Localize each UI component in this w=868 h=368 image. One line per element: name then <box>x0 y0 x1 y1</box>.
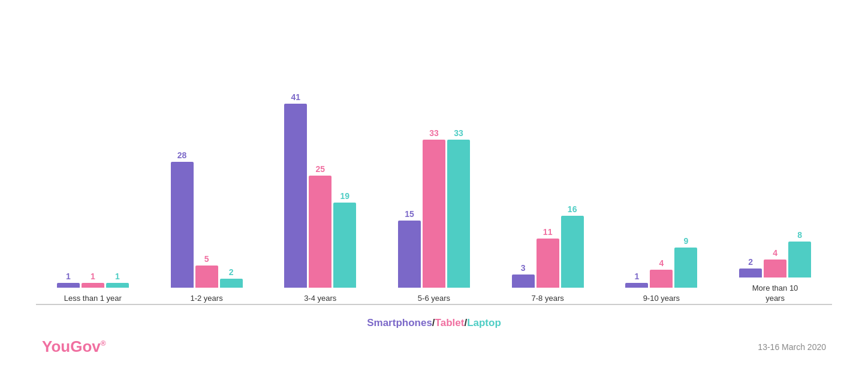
bar-value-tablet-1: 5 <box>204 254 209 264</box>
bar-wrapper-tablet-0: 1 <box>82 272 104 288</box>
bar-smartphone-3 <box>398 221 421 288</box>
group-label-5: 9-10 years <box>643 294 680 304</box>
bar-wrapper-smartphone-0: 1 <box>57 272 80 288</box>
bar-wrapper-smartphone-3: 15 <box>398 209 421 288</box>
bar-laptop-2 <box>333 203 356 288</box>
bar-wrapper-smartphone-1: 28 <box>171 150 194 288</box>
bar-smartphone-1 <box>171 162 194 288</box>
group-2: 4125193-4 years <box>284 92 356 304</box>
bar-tablet-6 <box>764 260 786 277</box>
bars-5: 149 <box>625 236 697 288</box>
bar-tablet-1 <box>195 266 218 288</box>
chart-container: 111Less than 1 year28521-2 years4125193-… <box>0 0 868 368</box>
bars-1: 2852 <box>171 150 243 288</box>
bar-value-smartphone-5: 1 <box>634 272 639 281</box>
chart-legend: Smartphones / Tablet / Laptop <box>367 317 501 329</box>
bar-value-laptop-3: 33 <box>454 128 463 138</box>
bar-wrapper-tablet-3: 33 <box>423 128 445 288</box>
bar-wrapper-smartphone-5: 1 <box>625 272 648 288</box>
group-label-3: 5-6 years <box>418 294 450 304</box>
group-label-1: 1-2 years <box>190 294 222 304</box>
bar-wrapper-tablet-5: 4 <box>650 258 673 288</box>
bar-laptop-4 <box>561 216 584 288</box>
legend-tablet: Tablet <box>435 317 465 329</box>
bar-wrapper-smartphone-2: 41 <box>284 92 307 288</box>
chart-area: 111Less than 1 year28521-2 years4125193-… <box>36 18 832 305</box>
bar-smartphone-6 <box>739 269 762 277</box>
bar-value-tablet-3: 33 <box>429 128 439 138</box>
bar-value-laptop-5: 9 <box>683 236 688 246</box>
bar-smartphone-5 <box>625 283 648 288</box>
group-0: 111Less than 1 year <box>57 272 129 304</box>
bar-value-tablet-0: 1 <box>91 272 95 281</box>
group-6: 248More than 10 years <box>739 230 811 304</box>
bar-laptop-5 <box>674 248 697 288</box>
group-label-4: 7-8 years <box>532 294 564 304</box>
bar-value-laptop-1: 2 <box>229 267 234 277</box>
bar-value-smartphone-0: 1 <box>66 272 71 281</box>
bar-value-laptop-4: 16 <box>568 204 577 214</box>
bar-wrapper-laptop-5: 9 <box>674 236 697 288</box>
bar-value-laptop-6: 8 <box>797 230 802 240</box>
bar-value-tablet-5: 4 <box>659 258 664 268</box>
bar-tablet-5 <box>650 270 673 288</box>
bars-4: 31116 <box>512 204 584 288</box>
bar-value-smartphone-4: 3 <box>521 263 526 273</box>
bar-value-tablet-2: 25 <box>315 164 325 174</box>
bar-wrapper-laptop-4: 16 <box>561 204 584 288</box>
bar-value-tablet-6: 4 <box>773 248 777 258</box>
group-label-2: 3-4 years <box>304 294 336 304</box>
bar-tablet-0 <box>82 283 104 288</box>
chart-footer: YouGov® 13-16 March 2020 <box>36 337 832 356</box>
legend-smartphones: Smartphones <box>367 317 432 329</box>
bar-value-tablet-4: 11 <box>543 227 553 237</box>
bar-value-smartphone-6: 2 <box>748 257 753 267</box>
bar-wrapper-laptop-6: 8 <box>788 230 811 277</box>
bar-wrapper-laptop-0: 1 <box>106 272 129 288</box>
bar-value-smartphone-3: 15 <box>405 209 414 219</box>
bar-wrapper-laptop-3: 33 <box>447 128 470 288</box>
legend-laptop: Laptop <box>467 317 501 329</box>
bar-wrapper-laptop-1: 2 <box>220 267 243 288</box>
bar-wrapper-smartphone-6: 2 <box>739 257 762 277</box>
bar-value-smartphone-2: 41 <box>291 92 300 102</box>
bar-wrapper-smartphone-4: 3 <box>512 263 535 288</box>
bar-value-smartphone-1: 28 <box>177 150 187 160</box>
group-5: 1499-10 years <box>625 236 697 304</box>
bar-laptop-0 <box>106 283 129 288</box>
bar-wrapper-tablet-2: 25 <box>309 164 331 288</box>
bar-tablet-3 <box>423 140 445 288</box>
group-label-0: Less than 1 year <box>64 294 122 304</box>
bars-2: 412519 <box>284 92 356 288</box>
bar-laptop-3 <box>447 140 470 288</box>
group-3: 1533335-6 years <box>398 128 470 304</box>
bar-wrapper-tablet-1: 5 <box>195 254 218 288</box>
bar-smartphone-2 <box>284 104 307 288</box>
bars-0: 111 <box>57 272 129 288</box>
bar-tablet-2 <box>309 176 331 288</box>
bar-tablet-4 <box>537 239 559 288</box>
bars-6: 248 <box>739 230 811 277</box>
bar-value-laptop-2: 19 <box>340 191 349 201</box>
bar-laptop-1 <box>220 279 243 288</box>
bar-wrapper-tablet-6: 4 <box>764 248 786 277</box>
group-label-6: More than 10 years <box>742 283 808 304</box>
group-1: 28521-2 years <box>171 150 243 304</box>
bar-smartphone-0 <box>57 283 80 288</box>
group-4: 311167-8 years <box>512 204 584 304</box>
bars-3: 153333 <box>398 128 470 288</box>
bar-wrapper-laptop-2: 19 <box>333 191 356 288</box>
yougov-registered: ® <box>101 339 106 348</box>
bar-wrapper-tablet-4: 11 <box>537 227 559 288</box>
bar-value-laptop-0: 1 <box>115 272 120 281</box>
yougov-text: YouGov <box>42 337 101 355</box>
date-label: 13-16 March 2020 <box>758 342 826 352</box>
bar-laptop-6 <box>788 242 811 277</box>
bar-smartphone-4 <box>512 275 535 288</box>
yougov-logo: YouGov® <box>42 337 106 356</box>
